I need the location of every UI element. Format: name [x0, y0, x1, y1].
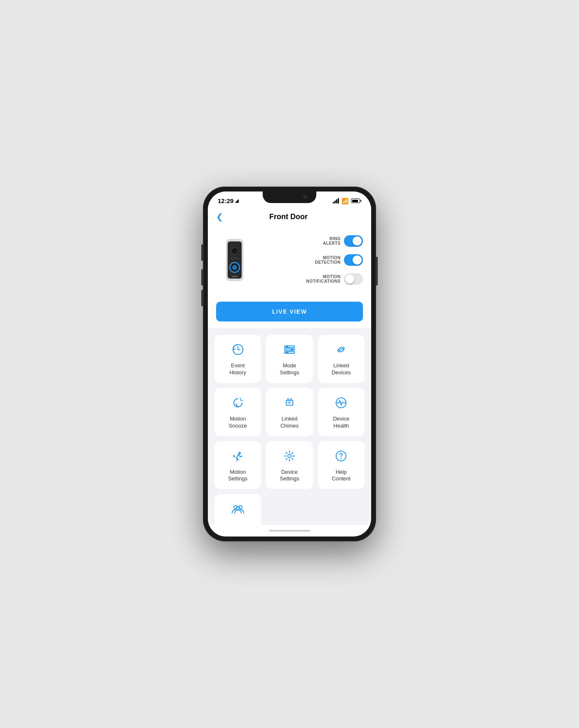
mode-settings-label: ModeSettings [280, 362, 299, 376]
chimes-icon [283, 396, 296, 411]
page-title: Front Door [226, 213, 351, 221]
svg-rect-26 [290, 399, 292, 400]
svg-point-29 [288, 454, 291, 458]
help-content-label: HelpContent [332, 469, 351, 483]
linked-devices-label: LinkedDevices [332, 362, 351, 376]
svg-rect-1 [228, 241, 242, 279]
svg-point-4 [234, 250, 236, 252]
svg-rect-22 [286, 400, 293, 405]
settings-icon [283, 449, 296, 465]
motion-notifications-row: MOTIONNOTIFICATIONS [261, 273, 363, 285]
device-image [216, 233, 253, 287]
grid-row-3: MotionSettings DeviceSettings [214, 441, 365, 489]
live-view-section: LIVE VIEW [208, 295, 371, 328]
ring-alerts-row: RINGALERTS [261, 235, 363, 247]
motion-detection-toggle[interactable] [344, 254, 363, 266]
motion-detection-row: MOTIONDETECTION [261, 254, 363, 266]
motion-settings-item[interactable]: MotionSettings [214, 441, 261, 489]
shared-users-item[interactable] [214, 494, 261, 525]
svg-rect-25 [287, 399, 289, 400]
svg-point-8 [231, 258, 233, 259]
svg-point-16 [286, 345, 288, 348]
link-icon [334, 343, 348, 358]
device-section: RINGALERTS MOTIONDETECTION M [208, 227, 371, 295]
history-icon [231, 343, 245, 358]
phone-screen: 12:29 ◢ 📶 ❮ [208, 191, 371, 537]
mode-icon [283, 343, 296, 358]
device-settings-item[interactable]: DeviceSettings [266, 441, 313, 489]
camera [303, 195, 307, 199]
status-time: 12:29 ◢ [218, 197, 238, 204]
svg-point-31 [341, 458, 342, 459]
motion-detection-label: MOTIONDETECTION [261, 255, 341, 265]
nav-bar: ❮ Front Door [208, 207, 371, 227]
back-button[interactable]: ❮ [216, 210, 226, 223]
device-health-item[interactable]: DeviceHealth [318, 388, 365, 436]
doorbell-svg [220, 235, 249, 285]
motion-snooze-label: MotionSnooze [229, 416, 247, 430]
grid-row-1: EventHistory [214, 335, 365, 383]
signal-icon [333, 199, 339, 203]
svg-point-28 [238, 452, 241, 454]
linked-chimes-item[interactable]: LinkedChimes [266, 388, 313, 436]
device-settings-label: DeviceSettings [280, 469, 299, 483]
svg-point-7 [232, 265, 237, 270]
users-icon [231, 502, 245, 518]
toggles-section: RINGALERTS MOTIONDETECTION M [261, 235, 363, 285]
grid-section: EventHistory [208, 328, 371, 525]
svg-rect-11 [232, 276, 238, 277]
scroll-content[interactable]: RINGALERTS MOTIONDETECTION M [208, 227, 371, 525]
linked-devices-item[interactable]: LinkedDevices [318, 335, 365, 383]
ring-alerts-label: RINGALERTS [261, 236, 341, 246]
health-icon [334, 396, 348, 411]
notch [263, 191, 316, 203]
motion-settings-label: MotionSettings [228, 469, 247, 483]
location-icon: ◢ [235, 198, 238, 203]
motion-notifications-label: MOTIONNOTIFICATIONS [261, 274, 341, 284]
event-history-label: EventHistory [229, 362, 246, 376]
grid-row-4 [214, 494, 365, 525]
motion-icon [231, 449, 245, 465]
motion-notifications-toggle[interactable] [344, 273, 363, 285]
help-content-item[interactable]: HelpContent [318, 441, 365, 489]
help-icon [334, 449, 348, 465]
ring-alerts-toggle[interactable] [344, 235, 363, 247]
phone-frame: 12:29 ◢ 📶 ❮ [203, 187, 376, 541]
live-view-button[interactable]: LIVE VIEW [216, 302, 363, 321]
snooze-icon [231, 396, 245, 411]
wifi-icon: 📶 [341, 198, 348, 204]
svg-point-17 [291, 348, 293, 351]
mode-settings-item[interactable]: ModeSettings [266, 335, 313, 383]
svg-point-18 [286, 351, 288, 354]
home-bar [269, 530, 310, 532]
motion-snooze-item[interactable]: MotionSnooze [214, 388, 261, 436]
status-icons: 📶 [333, 198, 361, 204]
svg-point-10 [237, 258, 238, 259]
linked-chimes-label: LinkedChimes [280, 416, 299, 430]
event-history-item[interactable]: EventHistory [214, 335, 261, 383]
svg-point-9 [234, 258, 235, 259]
grid-row-2: MotionSnooze LinkedChimes [214, 388, 365, 436]
device-health-label: DeviceHealth [333, 416, 349, 430]
battery-icon [351, 199, 361, 203]
home-indicator [208, 525, 371, 537]
